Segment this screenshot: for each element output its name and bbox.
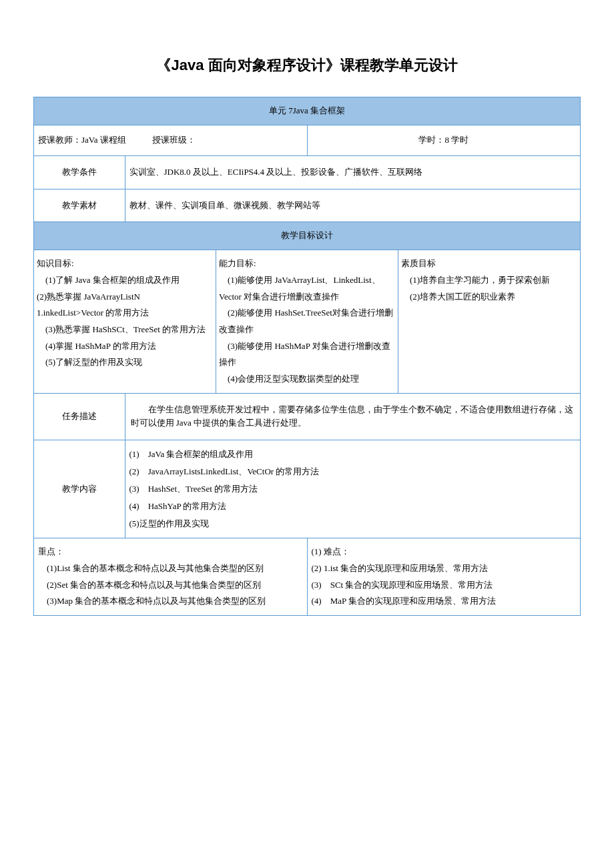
page-title: 《Java 面向对象程序设计》课程教学单元设计 bbox=[33, 53, 581, 77]
knowledge-item-3: 1.inkedList>Vector 的常用方法 bbox=[37, 305, 213, 322]
keypoint-2: (2)Set 集合的基本概念和特点以及与其他集合类型的区别 bbox=[38, 577, 303, 594]
task-label: 任务描述 bbox=[34, 393, 125, 440]
content-item-4: (4) HaShYaP 的常用方法 bbox=[129, 498, 577, 515]
knowledge-title: 知识目标: bbox=[37, 256, 213, 272]
difficulty-3: (4) MaP 集合的实现原理和应用场景、常用方法 bbox=[312, 593, 577, 610]
knowledge-item-4: (3)熟悉掌握 HaShSCt、TreeSet 的常用方法 bbox=[37, 322, 213, 338]
keypoints-title: 重点： bbox=[38, 544, 303, 560]
content-item-3: (3) HashSet、TreeSet 的常用方法 bbox=[129, 480, 577, 498]
knowledge-item-5: (4)掌握 HaShMaP 的常用方法 bbox=[37, 338, 213, 355]
ability-item-1: (1)能够使用 JaVaArrayList、LinkedList、Vector … bbox=[219, 272, 395, 305]
ability-item-2: (2)能够使用 HashSet.TreeSet对集合进行增删改查操作 bbox=[219, 305, 395, 338]
teacher-cell: 授课教师：JaVa 课程组 授课班级： bbox=[34, 125, 308, 155]
quality-goals: 素质目标 (1)培养自主学习能力，勇于探索创新 (2)培养大国工匠的职业素养 bbox=[398, 250, 581, 394]
class-label: 授课班级： bbox=[152, 135, 196, 145]
content-label: 教学内容 bbox=[34, 440, 125, 538]
materials-label: 教学素材 bbox=[34, 189, 125, 222]
knowledge-item-2: (2)熟悉掌握 JaVaArrayListN bbox=[37, 289, 213, 306]
key-points: 重点： (1)List 集合的基本概念和特点以及与其他集合类型的区别 (2)Se… bbox=[34, 538, 308, 616]
quality-title: 素质目标 bbox=[401, 256, 577, 272]
hours-cell: 学时：8 学时 bbox=[307, 125, 581, 155]
unit-header: 单元 7Java 集合框架 bbox=[34, 97, 581, 125]
difficulties-title: (1) 难点： bbox=[312, 544, 577, 560]
knowledge-item-1: (1)了解 Java 集合框架的组成及作用 bbox=[37, 272, 213, 289]
quality-item-1: (1)培养自主学习能力，勇于探索创新 bbox=[401, 272, 577, 289]
teacher-label: 授课教师：JaVa 课程组 bbox=[38, 135, 126, 145]
goals-header: 教学目标设计 bbox=[34, 222, 581, 250]
ability-item-4: (4)会使用泛型实现数据类型的处理 bbox=[219, 371, 395, 388]
knowledge-goals: 知识目标: (1)了解 Java 集合框架的组成及作用 (2)熟悉掌握 JaVa… bbox=[34, 250, 216, 394]
ability-goals: 能力目标: (1)能够使用 JaVaArrayList、LinkedList、V… bbox=[216, 250, 398, 394]
difficulty-1: (2) 1.ist 集合的实现原理和应用场景、常用方法 bbox=[312, 560, 577, 577]
difficulty-2: (3) SCt 集合的实现原理和应用场景、常用方法 bbox=[312, 577, 577, 594]
content-value: (1) JaVa 集合框架的组成及作用 (2) JavaArrayListsLi… bbox=[125, 440, 581, 538]
content-item-1: (1) JaVa 集合框架的组成及作用 bbox=[129, 446, 577, 463]
ability-title: 能力目标: bbox=[219, 256, 395, 272]
ability-item-3: (3)能够使用 HaShMaP 对集合进行增删改查操作 bbox=[219, 338, 395, 371]
unit-design-table: 单元 7Java 集合框架 授课教师：JaVa 课程组 授课班级： 学时：8 学… bbox=[33, 97, 581, 616]
quality-item-2: (2)培养大国工匠的职业素养 bbox=[401, 289, 577, 306]
difficulties: (1) 难点： (2) 1.ist 集合的实现原理和应用场景、常用方法 (3) … bbox=[307, 538, 581, 616]
conditions-label: 教学条件 bbox=[34, 155, 125, 189]
knowledge-item-6: (5)了解泛型的作用及实现 bbox=[37, 354, 213, 371]
conditions-value: 实训室、JDK8.0 及以上、ECIiPS4.4 及以上、投影设备、广播软件、互… bbox=[125, 155, 581, 189]
task-value: 在学生信息管理系统开发过程中，需要存储多位学生信息，由于学生个数不确定，不适合使… bbox=[125, 393, 581, 440]
keypoint-1: (1)List 集合的基本概念和特点以及与其他集合类型的区别 bbox=[38, 560, 303, 577]
materials-value: 教材、课件、实训项目单、微课视频、教学网站等 bbox=[125, 189, 581, 222]
content-item-5: (5)泛型的作用及实现 bbox=[129, 515, 577, 532]
content-item-2: (2) JavaArrayListsLinkedList、VeCtOr 的常用方… bbox=[129, 463, 577, 480]
keypoint-3: (3)Map 集合的基本概念和特点以及与其他集合类型的区别 bbox=[38, 593, 303, 610]
